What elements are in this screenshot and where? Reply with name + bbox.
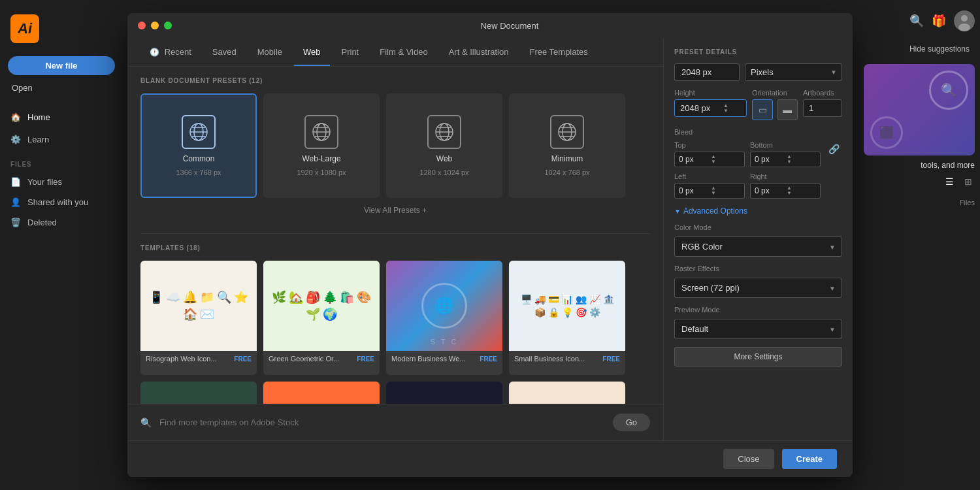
new-document-modal: New Document 🕐 Recent Saved Mobile Web P…: [127, 13, 853, 477]
sidebar-item-label-learn: Learn: [27, 135, 49, 144]
preset-width-input[interactable]: [674, 63, 740, 81]
bleed-right-input[interactable]: [751, 184, 785, 198]
tab-art-illustration[interactable]: Art & Illustration: [440, 38, 518, 66]
color-mode-row: Color Mode RGB Color CMYK Color Grayscal…: [674, 223, 842, 257]
deleted-label: Deleted: [27, 218, 57, 227]
more-settings-button[interactable]: More Settings: [674, 347, 842, 367]
template-bottom-1[interactable]: 📋: [140, 382, 257, 404]
template-small-biz-thumb: 🖥️ 🚚 💳 📊 👥 📈 🏦 📦 🔒: [509, 261, 625, 351]
preview-select[interactable]: Default Pixel Overprint: [674, 319, 842, 339]
go-button[interactable]: Go: [613, 414, 650, 431]
advanced-options-toggle[interactable]: ▼ Advanced Options: [674, 206, 842, 216]
create-button[interactable]: Create: [782, 449, 837, 469]
tab-print[interactable]: Print: [333, 38, 368, 66]
bleed-left-stepper: ▲ ▼: [709, 184, 718, 197]
svg-point-22: [958, 24, 970, 31]
sidebar-item-label-home: Home: [27, 112, 50, 122]
hide-suggestions-button[interactable]: Hide suggestions: [904, 42, 975, 56]
app-logo: Ai: [0, 7, 123, 56]
preset-common[interactable]: Common 1366 x 768 px: [140, 93, 257, 198]
preset-common-name: Common: [183, 154, 215, 163]
landscape-button[interactable]: ▬: [777, 99, 798, 120]
sidebar-item-learn[interactable]: ⚙️ Learn: [0, 128, 123, 150]
template-risograph[interactable]: 📱 ☁️ 🔔 📁 🔍 ⭐ 🏠 ✉️: [140, 261, 257, 375]
height-input[interactable]: [675, 100, 721, 116]
height-input-wrap: ▲ ▼: [674, 99, 747, 117]
list-view-button[interactable]: ☰: [943, 175, 956, 188]
user-avatar[interactable]: [954, 10, 975, 31]
bleed-left-down[interactable]: ▼: [711, 191, 716, 196]
template-bottom-2[interactable]: LOOK: [263, 382, 380, 404]
preset-web[interactable]: Web 1280 x 1024 px: [386, 93, 502, 198]
tab-saved[interactable]: Saved: [203, 38, 246, 66]
rp-tools-text: tools, and more: [921, 161, 975, 170]
fullscreen-traffic-light[interactable]: [164, 22, 172, 29]
units-select[interactable]: Pixels Inches Centimeters: [745, 63, 842, 81]
preset-web-large[interactable]: Web-Large 1920 x 1080 px: [263, 93, 380, 198]
modal-content-scroll[interactable]: BLANK DOCUMENT PRESETS (12): [127, 67, 663, 404]
tab-mobile[interactable]: Mobile: [248, 38, 291, 66]
green-icons: 🌿 🏡 🎒 🌲 🛍️ 🎨 🌱 🌍: [263, 285, 380, 327]
deleted-item[interactable]: 🗑️ Deleted: [0, 212, 123, 233]
bleed-top-col: Top ▲ ▼: [674, 141, 745, 167]
right-panel-icons: 🔍 🎁: [909, 5, 975, 37]
new-file-button[interactable]: New file: [8, 56, 115, 75]
template-green-geo-name: Green Geometric Or...: [269, 355, 339, 363]
template-search-bar: 🔍 Go: [127, 404, 663, 440]
raster-select[interactable]: Screen (72 ppi) Medium (150 ppi) High (3…: [674, 278, 842, 298]
open-button[interactable]: Open: [8, 80, 115, 95]
template-bottom-4-thumb: 🌺: [509, 382, 625, 404]
bleed-top-down[interactable]: ▼: [711, 159, 716, 165]
template-small-biz[interactable]: 🖥️ 🚚 💳 📊 👥 📈 🏦 📦 🔒: [509, 261, 625, 375]
bleed-left-input[interactable]: [675, 184, 709, 198]
main-area: New Document 🕐 Recent Saved Mobile Web P…: [123, 0, 857, 490]
templates-section-header: TEMPLATES (18): [140, 244, 650, 252]
search-icon-rp[interactable]: 🔍: [909, 14, 924, 28]
bleed-right-down[interactable]: ▼: [787, 191, 792, 196]
template-green-geo[interactable]: 🌿 🏡 🎒 🌲 🛍️ 🎨 🌱 🌍: [263, 261, 380, 375]
tab-film-video[interactable]: Film & Video: [370, 38, 436, 66]
home-icon: 🏠: [10, 112, 21, 122]
height-orientation-row: Height ▲ ▼ Orientation ▭: [674, 89, 842, 120]
grid-view-button[interactable]: ⊞: [962, 175, 975, 188]
template-risograph-thumb: 📱 ☁️ 🔔 📁 🔍 ⭐ 🏠 ✉️: [140, 261, 257, 351]
portrait-button[interactable]: ▭: [752, 99, 773, 120]
your-files-item[interactable]: 📄 Your files: [0, 172, 123, 192]
bleed-bottom-down[interactable]: ▼: [787, 159, 792, 165]
raster-effects-row: Raster Effects Screen (72 ppi) Medium (1…: [674, 265, 842, 298]
preset-minimum-name: Minimum: [551, 154, 583, 163]
templates-grid-bottom: 📋 LOOK: [140, 382, 650, 404]
sidebar-item-home[interactable]: 🏠 Home: [0, 106, 123, 128]
preset-minimum[interactable]: Minimum 1024 x 768 px: [509, 93, 625, 198]
shared-label: Shared with you: [27, 197, 88, 207]
color-mode-select-wrap: RGB Color CMYK Color Grayscale ▼: [674, 237, 842, 257]
template-green-geo-info: Green Geometric Or... FREE: [263, 351, 380, 367]
tab-web[interactable]: Web: [294, 38, 330, 66]
template-risograph-info: Risograph Web Icon... FREE: [140, 351, 257, 367]
tab-recent[interactable]: 🕐 Recent: [140, 38, 201, 66]
presets-section: BLANK DOCUMENT PRESETS (12): [127, 67, 663, 233]
template-bottom-3[interactable]: 🌙: [386, 382, 502, 404]
link-bleed-icon[interactable]: 🔗: [826, 141, 842, 157]
minimize-traffic-light[interactable]: [151, 22, 159, 29]
gift-icon-rp[interactable]: 🎁: [932, 14, 946, 28]
template-bottom-4[interactable]: 🌺: [509, 382, 625, 404]
close-button[interactable]: Close: [723, 449, 774, 469]
bleed-top-input[interactable]: [675, 152, 709, 167]
view-all-presets[interactable]: View All Presets +: [140, 198, 650, 223]
color-mode-select[interactable]: RGB Color CMYK Color Grayscale: [674, 237, 842, 257]
template-search-input[interactable]: [159, 417, 605, 427]
preview-mode-row: Preview Mode Default Pixel Overprint ▼: [674, 306, 842, 339]
artboards-input[interactable]: [803, 99, 842, 117]
bleed-bottom-wrap: ▲ ▼: [750, 152, 821, 167]
shared-with-you-item[interactable]: 👤 Shared with you: [0, 192, 123, 212]
close-traffic-light[interactable]: [138, 22, 146, 29]
preset-details-panel: PRESET DETAILS Pixels Inches Centimeters…: [663, 38, 853, 440]
height-label: Height: [674, 89, 747, 97]
template-modern-biz[interactable]: 🌐 S T C Modern Business We... FREE: [386, 261, 502, 375]
height-down-button[interactable]: ▼: [723, 108, 728, 114]
template-risograph-badge: FREE: [234, 355, 252, 363]
tab-free-templates[interactable]: Free Templates: [520, 38, 596, 66]
your-files-icon: 📄: [10, 177, 21, 187]
bleed-bottom-input[interactable]: [751, 152, 785, 167]
